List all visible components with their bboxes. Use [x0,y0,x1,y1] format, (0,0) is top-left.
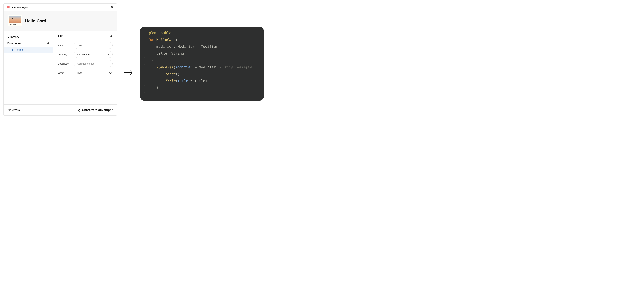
fold-marker-icon[interactable] [143,63,146,66]
token-fn-call: Image [165,72,176,76]
code-line: } [140,91,264,98]
token-type: String [171,51,184,55]
locate-layer-icon[interactable] [109,71,112,74]
card-header: Hello World Hello Card [4,11,117,31]
code-preview: @Composable fun HelloCard( modifier: Mod… [140,27,264,101]
code-line: ) { [140,57,264,64]
code-line: @Composable [140,29,264,36]
card-header-left: Hello World Hello Card [8,15,46,26]
token-fn-call: TopLevel [156,65,174,69]
field-name-row: Name Title [58,42,112,49]
token-param: title [156,51,167,55]
delete-icon[interactable] [109,34,112,38]
more-menu-icon[interactable] [110,18,112,23]
share-icon [77,108,80,112]
field-label-property: Property [58,53,72,56]
token-punct: ( [176,38,178,42]
fold-marker-icon[interactable] [143,91,146,94]
property-select[interactable]: text-content [74,51,112,58]
description-placeholder: Add description [77,62,94,65]
code-line: } [140,84,264,91]
sidebar-item-title[interactable]: T Title [4,47,53,53]
token-type: Modifier [178,44,194,49]
code-line: Title(title = title) [140,78,264,84]
description-input[interactable]: Add description [74,60,112,67]
detail-title: Title [58,34,64,38]
thumbnail-caption: Hello World [9,23,21,25]
token-default: Modifier [201,44,218,49]
svg-point-1 [79,109,80,109]
token-named-arg: modifier [176,65,192,69]
token-named-arg: title [178,79,188,83]
fold-marker-icon[interactable] [143,84,146,87]
token-keyword: fun [148,38,154,42]
close-icon[interactable] [110,5,114,9]
inlay-hint: this: RelayCo [224,65,252,69]
field-label-name: Name [58,44,72,47]
sidebar-parameters-row: Parameters [4,40,53,47]
token-string: "" [190,51,194,55]
panel-body: Summary Parameters T Title Title Name Ti… [4,31,117,104]
token-fn-name: HelloCard [156,38,176,42]
chevron-down-icon [107,53,109,56]
name-input-value: Title [77,44,82,47]
svg-point-2 [78,110,78,110]
sidebar-parameters-heading[interactable]: Parameters [7,42,22,45]
share-label: Share with developer [82,108,112,112]
layer-value: Title [77,71,82,74]
token-id: title [194,79,205,83]
code-line: TopLevel(modifier = modifier) { this: Re… [140,64,264,71]
field-label-layer: Layer [58,71,72,74]
status-text: No errors [8,108,20,112]
share-with-developer-button[interactable]: Share with developer [77,108,112,112]
detail-header: Title [58,34,112,38]
token-id: modifier [199,65,216,69]
card-title: Hello Card [25,18,46,24]
field-description-row: Description Add description [58,60,112,67]
svg-point-0 [110,72,112,74]
svg-point-3 [79,111,80,111]
code-line: Image() [140,71,264,78]
token-param: modifier [156,44,174,49]
fold-marker-icon[interactable] [143,56,146,59]
brand-name: Relay for Figma [12,6,28,9]
panel-footer: No errors Share with developer [4,104,117,115]
field-layer-row: Layer Title [58,69,112,76]
arrow-right-icon [124,69,133,77]
sidebar: Summary Parameters T Title [4,31,53,104]
token-fn-call: Title [165,79,176,83]
plugin-panel: Relay for Figma Hello World Hello Card S… [3,3,117,116]
code-line: modifier: Modifier = Modifier, [140,43,264,50]
sidebar-item-label: Title [16,48,23,51]
layer-value-display: Title [74,69,107,76]
text-type-icon: T [12,48,14,51]
panel-titlebar: Relay for Figma [4,3,117,11]
thumbnail-image [9,16,21,23]
brand: Relay for Figma [7,6,28,9]
component-thumbnail: Hello World [8,15,22,26]
relay-logo-icon [7,6,10,9]
token-annotation: @Composable [148,31,171,35]
field-property-row: Property text-content [58,51,112,58]
code-line: title: String = "" [140,50,264,57]
field-label-description: Description [58,62,72,65]
sidebar-summary-heading[interactable]: Summary [4,34,53,40]
code-line: fun HelloCard( [140,36,264,43]
property-select-value: text-content [77,53,90,56]
add-parameter-icon[interactable] [47,42,50,45]
name-input[interactable]: Title [74,42,112,49]
detail-pane: Title Name Title Property text-content [53,31,117,104]
